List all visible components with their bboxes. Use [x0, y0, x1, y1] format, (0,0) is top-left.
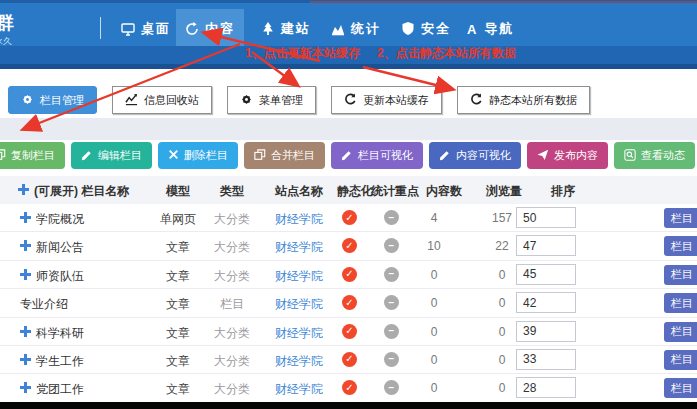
button-label: 编辑栏目: [98, 148, 142, 163]
header-views: 浏览量: [486, 183, 522, 200]
nav-item-statistics[interactable]: 统计: [322, 9, 390, 49]
static-enabled-icon[interactable]: ✓: [342, 210, 357, 225]
expand-plus-icon[interactable]: [20, 326, 31, 340]
toolbar: 栏目管理 信息回收站 菜单管理 更新本站缓存 静态本站所有数据: [8, 86, 590, 114]
column-visualize-button[interactable]: 栏目可视化: [331, 142, 423, 169]
column-name[interactable]: 学院概况: [36, 211, 84, 228]
navbar-bottom-line: [0, 64, 697, 69]
nav-item-security[interactable]: 安全: [392, 9, 460, 49]
expand-plus-icon[interactable]: [20, 212, 31, 226]
static-enabled-icon[interactable]: ✓: [342, 324, 357, 339]
site-link[interactable]: 财经学院: [268, 268, 330, 285]
button-label: 发布内容: [554, 148, 598, 163]
column-name[interactable]: 党团工作: [36, 381, 84, 398]
row-column-button[interactable]: 栏目: [664, 350, 697, 370]
stat-disabled-icon[interactable]: −: [384, 324, 399, 339]
copy-column-button[interactable]: 复制栏目: [0, 142, 65, 169]
static-enabled-icon[interactable]: ✓: [342, 238, 357, 253]
stat-disabled-icon[interactable]: −: [384, 210, 399, 225]
nav-item-site-build[interactable]: 建站: [252, 9, 320, 49]
model-value: 文章: [148, 381, 208, 398]
column-name[interactable]: 科学科研: [36, 325, 84, 342]
nav-item-desktop[interactable]: 桌面: [112, 9, 180, 49]
stat-disabled-icon[interactable]: −: [384, 295, 399, 310]
stat-disabled-icon[interactable]: −: [384, 238, 399, 253]
sort-input-field[interactable]: [516, 207, 576, 228]
site-link[interactable]: 财经学院: [268, 239, 330, 256]
column-name[interactable]: 新闻公告: [36, 239, 84, 256]
expand-all-plus-icon[interactable]: [18, 184, 29, 198]
content-count: 4: [418, 211, 450, 225]
merge-column-button[interactable]: 合并栏目: [244, 142, 325, 169]
column-name[interactable]: 学生工作: [36, 353, 84, 370]
row-column-button[interactable]: 栏目: [664, 208, 697, 228]
content-visualize-button[interactable]: 内容可视化: [429, 142, 521, 169]
static-all-data-button[interactable]: 静态本站所有数据: [457, 86, 590, 114]
site-link[interactable]: 财经学院: [268, 211, 330, 228]
button-label: 合并栏目: [271, 148, 315, 163]
type-value: 大分类: [204, 211, 260, 228]
sort-input: [516, 349, 576, 370]
pencil-icon: [439, 149, 451, 163]
site-link[interactable]: 财经学院: [268, 325, 330, 342]
sort-input-field[interactable]: [516, 264, 576, 285]
screenshot-bottom-border: [0, 402, 697, 409]
edit-column-button[interactable]: 编辑栏目: [71, 142, 152, 169]
table-row: 科学科研 文章 大分类 财经学院 ✓ − 0 0 栏目: [0, 318, 697, 346]
content-count: 0: [418, 268, 450, 282]
annotation-note-1: 1、点击更新本站缓存: [245, 45, 360, 62]
column-name[interactable]: 师资队伍: [36, 268, 84, 285]
menu-manage-button[interactable]: 菜单管理: [227, 86, 316, 114]
site-link[interactable]: 财经学院: [268, 353, 330, 370]
expand-plus-icon[interactable]: [20, 240, 31, 254]
model-value: 单网页: [148, 211, 208, 228]
site-link[interactable]: 财经学院: [268, 381, 330, 398]
row-column-button[interactable]: 栏目: [664, 293, 697, 313]
column-name[interactable]: 专业介绍: [20, 296, 68, 313]
expand-plus-icon[interactable]: [20, 382, 31, 396]
sort-input-field[interactable]: [516, 235, 576, 256]
gear-icon: [21, 93, 34, 108]
column-manage-button[interactable]: 栏目管理: [8, 86, 97, 114]
static-enabled-icon[interactable]: ✓: [342, 380, 357, 395]
nav-item-navigation[interactable]: A 导航: [458, 9, 523, 49]
header-model: 模型: [148, 183, 208, 200]
type-value: 栏目: [204, 296, 260, 313]
row-column-button[interactable]: 栏目: [664, 322, 697, 342]
nav-item-label: 导航: [484, 20, 514, 38]
row-column-button[interactable]: 栏目: [664, 378, 697, 398]
expand-plus-icon[interactable]: [20, 269, 31, 283]
row-column-button[interactable]: 栏目: [664, 236, 697, 256]
paper-plane-icon: [537, 149, 549, 163]
expand-plus-icon[interactable]: [20, 354, 31, 368]
sort-input-field[interactable]: [516, 321, 576, 342]
delete-column-button[interactable]: 删除栏目: [158, 142, 238, 169]
site-link[interactable]: 财经学院: [268, 296, 330, 313]
table-header: (可展开) 栏目名称 模型 类型 站点名称 静态化 统计重点 内容数 浏览量 排…: [0, 176, 697, 205]
update-site-cache-button[interactable]: 更新本站缓存: [331, 86, 442, 114]
nav-item-content[interactable]: 内容: [176, 9, 244, 49]
sort-input-field[interactable]: [516, 377, 576, 398]
sort-input: [516, 235, 576, 256]
info-recycle-bin-button[interactable]: 信息回收站: [112, 86, 212, 114]
static-enabled-icon[interactable]: ✓: [342, 295, 357, 310]
static-enabled-icon[interactable]: ✓: [342, 352, 357, 367]
line-chart-icon: [125, 93, 138, 108]
button-label: 查看动态: [641, 148, 685, 163]
static-enabled-icon[interactable]: ✓: [342, 267, 357, 282]
stat-disabled-icon[interactable]: −: [384, 380, 399, 395]
button-label: 信息回收站: [144, 93, 199, 108]
sort-input-field[interactable]: [516, 349, 576, 370]
separator-band: [0, 118, 697, 140]
stat-disabled-icon[interactable]: −: [384, 267, 399, 282]
view-activity-button[interactable]: 查看动态: [614, 142, 695, 169]
content-count: 0: [418, 353, 450, 367]
row-column-button[interactable]: 栏目: [664, 265, 697, 285]
stat-disabled-icon[interactable]: −: [384, 352, 399, 367]
model-value: 文章: [148, 353, 208, 370]
refresh-icon: [344, 93, 357, 108]
action-button-row: 复制栏目 编辑栏目 删除栏目 合并栏目 栏目可视化 内容可视化 发布内容 查看: [0, 142, 695, 169]
sort-input-field[interactable]: [516, 292, 576, 313]
publish-content-button[interactable]: 发布内容: [527, 142, 608, 169]
button-label: 栏目可视化: [358, 148, 413, 163]
